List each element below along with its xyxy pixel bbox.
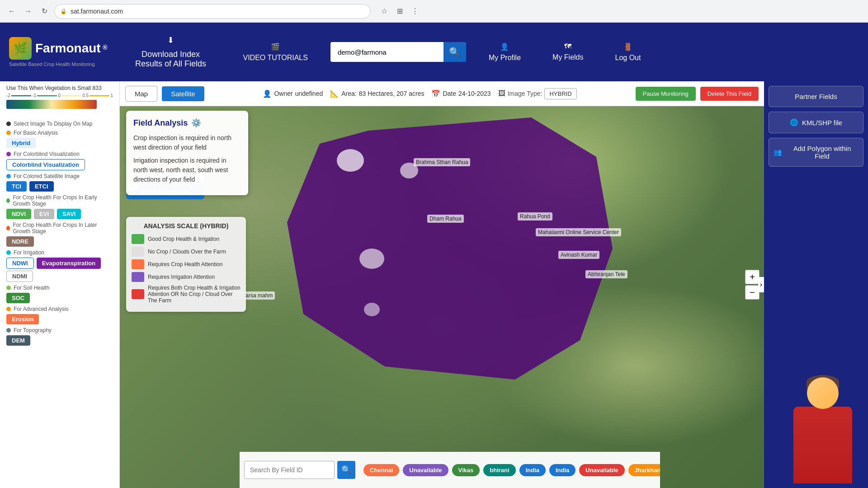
scale-row-irrigation-attention: Requires Irrigation Attention	[132, 272, 241, 282]
popup-text-1: Crop inspection is required in north wes…	[133, 133, 241, 152]
select-image-label: Select Image To Display On Map	[6, 121, 113, 127]
dem-button[interactable]: DEM	[6, 335, 30, 346]
scale-label-good: Good Crop Health & Irrigation	[148, 236, 219, 242]
sidebar: Use This When Vegetation is Small 833 -2…	[0, 81, 120, 488]
video-tutorials-button[interactable]: 🎬 VIDEO TUTORIALS	[234, 38, 316, 66]
search-field-area: 🔍	[244, 461, 355, 479]
analysis-scale: ANALYSIS SCALE (HYBRID) Good Crop Health…	[126, 217, 246, 312]
tag-vikas[interactable]: Vikas	[452, 464, 480, 476]
search-field-button[interactable]: 🔍	[337, 461, 355, 479]
my-profile-icon: 👤	[500, 42, 509, 51]
tag-unavailable-2[interactable]: Unavailable	[579, 464, 624, 476]
area-info: 📐 Area: 83 Hectares, 207 acres	[330, 89, 424, 98]
popup-title: Field Analysis ⚙️	[133, 118, 241, 128]
app-header: 🌿 Farmonaut ® Satellite Based Crop Healt…	[0, 23, 868, 81]
owner-value: undefined	[295, 90, 323, 97]
ndvi-button[interactable]: NDVI	[6, 209, 31, 219]
area-icon: 📐	[330, 89, 339, 98]
my-profile-label: My Profile	[489, 54, 521, 62]
satellite-button[interactable]: Satellite	[162, 86, 204, 101]
browser-bar: ← → ↻ 🔒 sat.farmonaut.com ☆ ⊞ ⋮	[0, 0, 868, 23]
logo-area: 🌿 Farmonaut ® Satellite Based Crop Healt…	[9, 37, 107, 67]
tag-unavailable-1[interactable]: Unavailable	[403, 464, 448, 476]
basic-analysis-label: For Basic Analysis	[6, 130, 113, 136]
url-text: sat.farmonaut.com	[71, 8, 123, 15]
map-meta: 👤 Owner undefined 📐 Area: 83 Hectares, 2…	[209, 88, 631, 99]
header-search-input[interactable]	[330, 42, 443, 62]
popup-text-2: Irrigation inspection is required in nor…	[133, 156, 241, 184]
tag-india-1[interactable]: India	[519, 464, 546, 476]
assistant-body	[793, 407, 852, 483]
download-icon: ⬇	[167, 35, 174, 45]
partner-fields-button[interactable]: Partner Fields	[769, 86, 863, 107]
my-profile-button[interactable]: 👤 My Profile	[480, 38, 530, 66]
header-search-button[interactable]: 🔍	[443, 42, 466, 62]
logo-reg: ®	[103, 44, 107, 51]
etci-button[interactable]: ETCI	[29, 181, 54, 192]
vegetation-gradient	[6, 100, 97, 109]
ndwi-button[interactable]: NDWI	[6, 258, 34, 269]
pause-monitoring-button[interactable]: Pause Monitoring	[636, 87, 696, 101]
virtual-assistant	[782, 371, 863, 483]
tag-india-2[interactable]: India	[549, 464, 576, 476]
ndmi-button[interactable]: NDMI	[6, 271, 33, 282]
soc-button[interactable]: SOC	[6, 293, 30, 303]
tci-button[interactable]: TCI	[6, 181, 27, 192]
soil-health-label: For Soil Health	[6, 285, 113, 291]
reload-button[interactable]: ↻	[38, 5, 51, 18]
evi-button[interactable]: EVI	[34, 209, 54, 219]
back-button[interactable]: ←	[5, 5, 18, 18]
forward-button[interactable]: →	[22, 5, 34, 18]
logo-icon: 🌿	[9, 37, 32, 60]
scale-row-nocrop: No Crop / Clouds Over the Farm	[132, 247, 241, 257]
erosion-button[interactable]: Erosion	[6, 314, 39, 324]
hybrid-badge: HYBRID	[544, 88, 576, 99]
zoom-out-button[interactable]: −	[745, 285, 760, 300]
ndre-button[interactable]: NDRE	[6, 236, 34, 247]
map-area[interactable]: Brahma Sthan Rahua Dham Rahua Rahua Pond…	[120, 81, 764, 488]
later-growth-label: For Crop Health For Crops In Later Growt…	[6, 222, 113, 235]
browser-actions: ☆ ⊞ ⋮	[378, 5, 421, 18]
delete-field-button[interactable]: Delete This Field	[700, 87, 759, 101]
map-button[interactable]: Map	[125, 86, 157, 102]
field-analysis-popup: Field Analysis ⚙️ Crop inspection is req…	[126, 111, 248, 195]
savi-button[interactable]: SAVI	[57, 209, 81, 219]
download-button[interactable]: ⬇ Download Index Results of All Fields	[121, 31, 220, 73]
vegetation-title: Use This When Vegetation is Small 833	[6, 85, 113, 91]
tab-btn[interactable]: ⊞	[393, 5, 406, 18]
owner-label: Owner	[274, 90, 292, 97]
scale-color-both-attention	[132, 289, 144, 299]
colorblind-button[interactable]: Colorblind Visualization	[6, 159, 85, 170]
logo-text: Farmonaut	[35, 41, 101, 55]
hybrid-button[interactable]: Hybrid	[6, 138, 36, 148]
colored-satellite-label: For Colored Satellite Image	[6, 173, 113, 179]
map-topbar: Map Satellite 👤 Owner undefined 📐 Area: …	[120, 81, 764, 106]
evapotranspiration-button[interactable]: Evapotranspiration	[37, 258, 101, 269]
log-out-button[interactable]: 🚪 Log Out	[606, 38, 650, 66]
irrigation-label-sidebar: For Irrigation	[6, 249, 113, 256]
image-type-label: Image Type:	[508, 90, 542, 97]
kml-shp-button[interactable]: 🌐 KML/SHP file	[769, 112, 863, 133]
logo-sub: Satellite Based Crop Health Monitoring	[9, 61, 95, 67]
address-bar: 🔒 sat.farmonaut.com	[54, 4, 371, 19]
tag-bhirani[interactable]: bhirani	[483, 464, 515, 476]
scale-color-irrigation-attention	[132, 272, 144, 282]
date-info: 📅 Date 24-10-2023	[431, 89, 491, 98]
my-fields-button[interactable]: 🗺 My Fields	[543, 38, 592, 66]
more-btn[interactable]: ⋮	[409, 5, 421, 18]
polygon-icon: 👥	[774, 148, 782, 156]
bookmark-btn[interactable]: ☆	[378, 5, 391, 18]
zoom-in-button[interactable]: +	[745, 270, 760, 284]
expand-button[interactable]: ›	[758, 277, 764, 292]
add-polygon-button[interactable]: 👥 Add Polygon within Field	[769, 138, 863, 167]
scale-row-good: Good Crop Health & Irrigation	[132, 234, 241, 244]
tag-chennai[interactable]: Chennai	[363, 464, 399, 476]
tag-jharkhand[interactable]: Jharkhand Plot	[628, 464, 660, 476]
scale-label-both-attention: Requires Both Crop Health & Irrigation A…	[148, 285, 241, 304]
scale-label-irrigation-attention: Requires Irrigation Attention	[148, 274, 215, 280]
log-out-label: Log Out	[615, 54, 641, 62]
globe-icon: 🌐	[790, 118, 798, 127]
log-out-icon: 🚪	[623, 42, 632, 51]
search-field-input[interactable]	[244, 461, 335, 479]
assistant-head	[807, 377, 839, 409]
